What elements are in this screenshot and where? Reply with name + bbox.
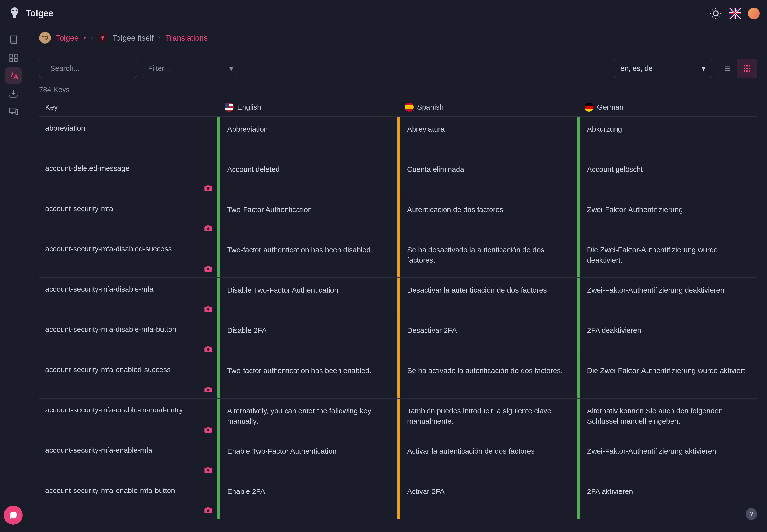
translation-cell-es[interactable]: Activar la autenticación de dos factores bbox=[397, 439, 578, 479]
sidebar-item-translations[interactable] bbox=[5, 67, 22, 84]
app-name: Tolgee bbox=[26, 8, 53, 19]
key-cell[interactable]: account-security-mfa-disabled-success bbox=[39, 237, 218, 277]
translation-cell-es[interactable]: Cuenta eliminada bbox=[397, 157, 578, 197]
translation-cell-es[interactable]: Autenticación de dos factores bbox=[397, 197, 578, 237]
org-dropdown-icon[interactable]: ▾ bbox=[83, 35, 86, 41]
translation-cell-es[interactable]: También puedes introducir la siguiente c… bbox=[397, 399, 578, 439]
org-badge[interactable]: TO bbox=[39, 32, 51, 44]
key-cell[interactable]: account-security-mfa-enable-mfa-button bbox=[39, 479, 218, 519]
translation-cell-es[interactable]: Activar 2FA bbox=[397, 479, 578, 519]
translation-cell-de[interactable]: Alternativ können Sie auch den folgenden… bbox=[577, 399, 757, 439]
svg-point-35 bbox=[207, 187, 210, 190]
translation-cell-en[interactable]: Disable 2FA bbox=[218, 318, 397, 358]
svg-point-0 bbox=[12, 9, 14, 11]
view-list-button[interactable] bbox=[717, 59, 737, 78]
table-header-row: Key English Spanish German bbox=[39, 98, 757, 117]
key-cell[interactable]: abbreviation bbox=[39, 117, 218, 157]
svg-point-40 bbox=[207, 389, 210, 391]
screenshot-icon[interactable] bbox=[204, 305, 213, 313]
translation-cell-en[interactable]: Abbreviation bbox=[218, 117, 397, 157]
translation-cell-es[interactable]: Desactivar 2FA bbox=[397, 318, 578, 358]
translation-cell-de[interactable]: Account gelöscht bbox=[577, 157, 757, 197]
svg-rect-15 bbox=[14, 59, 17, 61]
view-grid-button[interactable] bbox=[737, 59, 757, 78]
translation-cell-de[interactable]: Zwei-Faktor-Authentifizierung bbox=[577, 197, 757, 237]
svg-point-38 bbox=[207, 308, 210, 311]
translation-cell-es[interactable]: Desactivar la autenticación de dos facto… bbox=[397, 278, 578, 318]
translation-cell-es[interactable]: Se ha desactivado la autenticación de do… bbox=[397, 237, 578, 277]
sidebar-item-integrations[interactable] bbox=[5, 103, 22, 120]
svg-line-6 bbox=[719, 16, 720, 17]
key-cell[interactable]: account-security-mfa-enabled-success bbox=[39, 358, 218, 398]
svg-rect-28 bbox=[749, 65, 750, 67]
translation-cell-en[interactable]: Alternatively, you can enter the followi… bbox=[218, 399, 397, 439]
breadcrumb-project[interactable]: Tolgee itself bbox=[112, 33, 154, 42]
svg-line-9 bbox=[712, 16, 713, 17]
devices-icon bbox=[9, 106, 18, 116]
table-row: account-security-mfa-enable-manual-entry… bbox=[39, 399, 757, 439]
help-icon: ? bbox=[749, 510, 753, 518]
tolgee-logo-icon bbox=[7, 6, 22, 21]
chat-button[interactable] bbox=[4, 506, 23, 525]
sidebar-item-projects[interactable] bbox=[5, 32, 22, 48]
translation-cell-de[interactable]: 2FA aktivieren bbox=[577, 479, 757, 519]
key-cell[interactable]: account-deleted-message bbox=[39, 157, 218, 197]
search-input-container bbox=[39, 59, 137, 78]
key-cell[interactable]: account-security-mfa bbox=[39, 197, 218, 237]
translation-cell-de[interactable]: Die Zwei-Faktor-Authentifizierung wurde … bbox=[577, 237, 757, 277]
translation-cell-de[interactable]: Die Zwei-Faktor-Authentifizierung wurde … bbox=[577, 358, 757, 398]
translation-cell-de[interactable]: 2FA deaktivieren bbox=[577, 318, 757, 358]
key-cell[interactable]: account-security-mfa-enable-manual-entry bbox=[39, 399, 218, 439]
table-row: account-security-mfa-disable-mfaDisable … bbox=[39, 278, 757, 318]
screenshot-icon[interactable] bbox=[204, 225, 213, 232]
chevron-down-icon: ▾ bbox=[230, 64, 233, 73]
translation-cell-en[interactable]: Two-Factor Authentication bbox=[218, 197, 397, 237]
header-actions bbox=[710, 8, 760, 19]
screenshot-icon[interactable] bbox=[204, 506, 213, 514]
translation-cell-de[interactable]: Zwei-Faktor-Authentifizierung deaktivier… bbox=[577, 278, 757, 318]
translation-cell-es[interactable]: Abreviatura bbox=[397, 117, 578, 157]
svg-point-1 bbox=[16, 9, 18, 11]
table-row: account-security-mfa-enabled-successTwo-… bbox=[39, 358, 757, 399]
language-select[interactable]: en, es, de ▾ bbox=[614, 59, 712, 78]
screenshot-icon[interactable] bbox=[204, 265, 213, 273]
svg-rect-34 bbox=[749, 70, 750, 72]
sidebar-item-dashboard[interactable] bbox=[5, 50, 22, 66]
translation-cell-en[interactable]: Two-factor authentication has been enabl… bbox=[218, 358, 397, 398]
translation-cell-en[interactable]: Enable 2FA bbox=[218, 479, 397, 519]
screenshot-icon[interactable] bbox=[204, 466, 213, 474]
translation-cell-en[interactable]: Two-factor authentication has been disab… bbox=[218, 237, 397, 277]
svg-line-5 bbox=[712, 10, 713, 10]
user-avatar[interactable] bbox=[748, 8, 760, 19]
screenshot-icon[interactable] bbox=[204, 345, 213, 353]
svg-point-2 bbox=[713, 11, 718, 16]
keys-count: 784 Keys bbox=[39, 85, 70, 94]
translation-cell-de[interactable]: Zwei-Faktor-Authentifizierung aktivieren bbox=[577, 439, 757, 479]
help-button[interactable]: ? bbox=[746, 508, 757, 520]
key-cell[interactable]: account-security-mfa-disable-mfa-button bbox=[39, 318, 218, 358]
svg-point-42 bbox=[207, 469, 210, 472]
sidebar-item-export[interactable] bbox=[5, 85, 22, 102]
translation-cell-de[interactable]: Abkürzung bbox=[577, 117, 757, 157]
screenshot-icon[interactable] bbox=[204, 184, 213, 192]
breadcrumb-page[interactable]: Translations bbox=[165, 33, 208, 42]
translation-cell-en[interactable]: Disable Two-Factor Authentication bbox=[218, 278, 397, 318]
column-header-key: Key bbox=[39, 103, 218, 111]
screenshot-icon[interactable] bbox=[204, 426, 213, 434]
theme-toggle-icon[interactable] bbox=[710, 8, 722, 19]
search-input[interactable] bbox=[50, 64, 143, 72]
breadcrumb-org[interactable]: Tolgee bbox=[56, 33, 79, 42]
filter-dropdown[interactable]: Filter... ▾ bbox=[142, 59, 240, 78]
svg-rect-29 bbox=[744, 68, 745, 69]
logo[interactable]: Tolgee bbox=[7, 6, 53, 21]
grid-icon bbox=[9, 53, 18, 63]
translation-cell-en[interactable]: Enable Two-Factor Authentication bbox=[218, 439, 397, 479]
key-cell[interactable]: account-security-mfa-disable-mfa bbox=[39, 278, 218, 318]
view-toggle bbox=[717, 59, 757, 78]
translation-cell-en[interactable]: Account deleted bbox=[218, 157, 397, 197]
table-row: account-security-mfa-enable-mfaEnable Tw… bbox=[39, 439, 757, 479]
translation-cell-es[interactable]: Se ha activado la autenticación de dos f… bbox=[397, 358, 578, 398]
key-cell[interactable]: account-security-mfa-enable-mfa bbox=[39, 439, 218, 479]
uk-flag-icon[interactable] bbox=[729, 8, 741, 19]
screenshot-icon[interactable] bbox=[204, 386, 213, 393]
